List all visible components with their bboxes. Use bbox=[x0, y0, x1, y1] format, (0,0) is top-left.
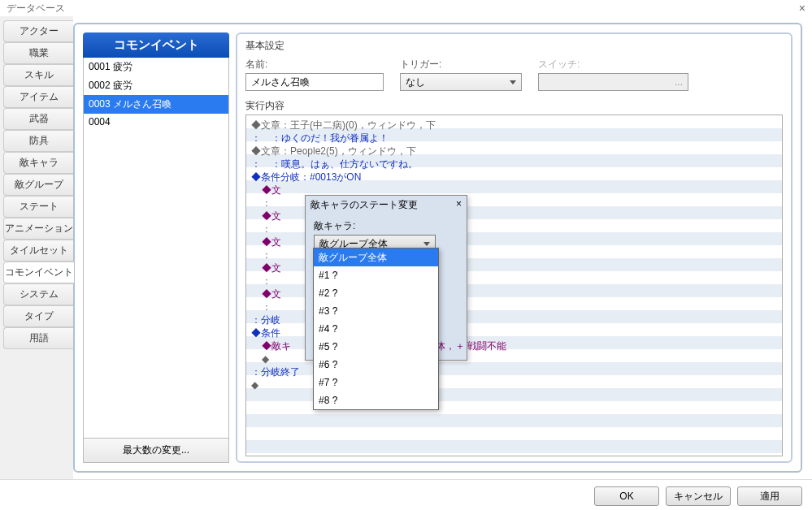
cancel-button[interactable]: キャンセル bbox=[666, 486, 731, 506]
trigger-select[interactable]: なし bbox=[400, 73, 522, 91]
exec-line[interactable]: ◆文 bbox=[251, 184, 777, 197]
tab-職業[interactable]: 職業 bbox=[3, 42, 73, 64]
dropdown-option[interactable]: #8 ? bbox=[314, 391, 438, 409]
apply-button[interactable]: 適用 bbox=[737, 486, 802, 506]
exec-line[interactable]: ： bbox=[251, 197, 777, 210]
dropdown-option[interactable]: #7 ? bbox=[314, 374, 438, 391]
trigger-label: トリガー: bbox=[400, 58, 522, 71]
name-label: 名前: bbox=[245, 58, 384, 71]
switch-select: ... bbox=[538, 73, 688, 91]
chevron-down-icon bbox=[510, 80, 516, 84]
tab-スキル[interactable]: スキル bbox=[3, 64, 73, 86]
tab-タイルセット[interactable]: タイルセット bbox=[3, 240, 73, 261]
list-item[interactable]: 0003 メルさん召喚 bbox=[84, 95, 228, 114]
exec-line[interactable]: ： bbox=[251, 223, 777, 236]
tab-用語[interactable]: 用語 bbox=[3, 327, 73, 349]
dropdown-option[interactable]: #1 ? bbox=[314, 266, 438, 284]
list-header: コモンイベント bbox=[83, 32, 229, 58]
exec-title: 実行内容 bbox=[245, 99, 783, 113]
list-item[interactable]: 0002 疲労 bbox=[84, 76, 228, 95]
exec-line[interactable]: ： ：ゆくのだ！我が眷属よ！ bbox=[251, 132, 777, 145]
exec-line[interactable]: ◆文章：王子(中二病)(0)，ウィンドウ，下 bbox=[251, 119, 777, 132]
list-item[interactable]: 0004 bbox=[84, 114, 228, 130]
titlebar: データベース × bbox=[0, 0, 812, 16]
enemy-dropdown-list[interactable]: 敵グループ全体#1 ?#2 ?#3 ?#4 ?#5 ?#6 ?#7 ?#8 ? bbox=[313, 248, 439, 410]
tab-システム[interactable]: システム bbox=[3, 283, 73, 305]
tab-ステート[interactable]: ステート bbox=[3, 196, 73, 218]
basic-settings-title: 基本設定 bbox=[245, 39, 783, 53]
exec-line[interactable]: ◆文 bbox=[251, 210, 777, 223]
exec-line[interactable]: ◆文 bbox=[251, 236, 777, 249]
common-event-list[interactable]: 0001 疲労0002 疲労0003 メルさん召喚0004 bbox=[83, 58, 229, 439]
close-icon[interactable]: × bbox=[799, 2, 805, 15]
window-title: データベース bbox=[7, 2, 65, 15]
tab-アニメーション[interactable]: アニメーション bbox=[3, 218, 73, 240]
exec-line[interactable]: ◆条件分岐：#0013がON bbox=[251, 171, 777, 184]
dropdown-option[interactable]: #4 ? bbox=[314, 320, 438, 338]
tab-敵キャラ[interactable]: 敵キャラ bbox=[3, 152, 73, 174]
exec-line[interactable]: ： ：嘆息。はぁ、仕方ないですね。 bbox=[251, 158, 777, 171]
tab-防具[interactable]: 防具 bbox=[3, 130, 73, 152]
ok-button[interactable]: OK bbox=[594, 486, 659, 506]
dropdown-option[interactable]: #6 ? bbox=[314, 356, 438, 374]
tab-タイプ[interactable]: タイプ bbox=[3, 305, 73, 327]
dropdown-option[interactable]: #2 ? bbox=[314, 284, 438, 302]
name-input[interactable] bbox=[245, 73, 384, 91]
tab-アクター[interactable]: アクター bbox=[3, 20, 73, 42]
tab-武器[interactable]: 武器 bbox=[3, 108, 73, 130]
dropdown-option[interactable]: 敵グループ全体 bbox=[314, 249, 438, 266]
change-max-button[interactable]: 最大数の変更... bbox=[83, 439, 229, 463]
list-item[interactable]: 0001 疲労 bbox=[84, 58, 228, 76]
exec-line[interactable]: ◆文章：People2(5)，ウィンドウ，下 bbox=[251, 145, 777, 158]
tab-コモンイベント[interactable]: コモンイベント bbox=[3, 261, 74, 283]
dropdown-option[interactable]: #3 ? bbox=[314, 302, 438, 320]
switch-label: スイッチ: bbox=[538, 58, 688, 71]
tab-敵グループ[interactable]: 敵グループ bbox=[3, 174, 73, 196]
tab-アイテム[interactable]: アイテム bbox=[3, 86, 73, 108]
dropdown-option[interactable]: #5 ? bbox=[314, 338, 438, 356]
